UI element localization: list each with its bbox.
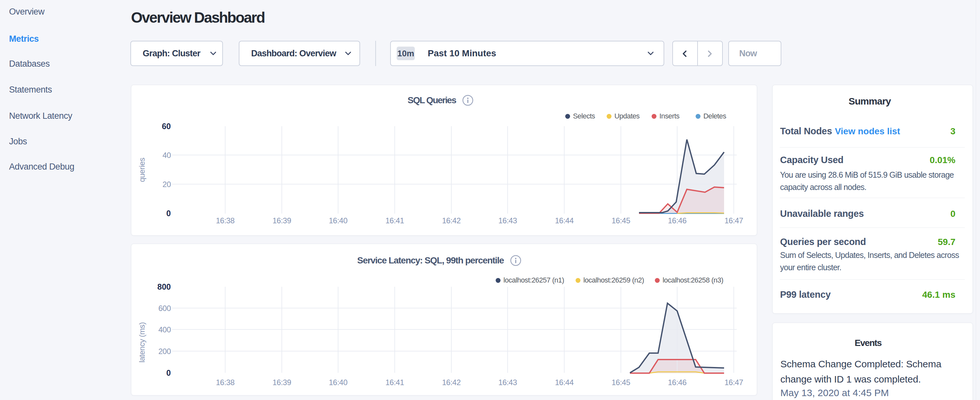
svg-text:800: 800 — [157, 282, 171, 291]
svg-text:600: 600 — [158, 304, 171, 312]
svg-text:16:44: 16:44 — [555, 216, 574, 225]
svg-text:16:47: 16:47 — [724, 216, 743, 225]
svg-text:60: 60 — [162, 122, 171, 131]
svg-text:20: 20 — [162, 180, 171, 189]
svg-text:0: 0 — [166, 368, 171, 377]
svg-text:queries: queries — [137, 158, 146, 182]
svg-text:0: 0 — [166, 209, 171, 218]
svg-text:16:46: 16:46 — [668, 378, 687, 387]
svg-text:16:42: 16:42 — [442, 378, 461, 387]
svg-text:16:43: 16:43 — [498, 216, 517, 225]
svg-text:40: 40 — [162, 151, 171, 159]
svg-text:16:45: 16:45 — [611, 378, 630, 387]
svg-text:16:40: 16:40 — [329, 216, 347, 225]
svg-text:16:45: 16:45 — [611, 216, 630, 225]
svg-text:16:43: 16:43 — [498, 378, 517, 387]
svg-text:latency (ms): latency (ms) — [137, 322, 146, 363]
svg-text:16:44: 16:44 — [555, 378, 574, 387]
svg-text:16:39: 16:39 — [272, 378, 291, 387]
svg-text:16:38: 16:38 — [216, 216, 235, 225]
svg-text:16:38: 16:38 — [216, 378, 235, 387]
svg-text:16:39: 16:39 — [272, 216, 291, 225]
svg-text:16:41: 16:41 — [385, 216, 404, 225]
svg-text:16:41: 16:41 — [385, 378, 404, 387]
svg-text:16:42: 16:42 — [442, 216, 461, 225]
svg-text:16:47: 16:47 — [724, 378, 743, 387]
svg-text:200: 200 — [158, 347, 171, 356]
svg-text:16:40: 16:40 — [329, 378, 347, 387]
svg-text:400: 400 — [158, 325, 171, 334]
svg-text:16:46: 16:46 — [668, 216, 687, 225]
